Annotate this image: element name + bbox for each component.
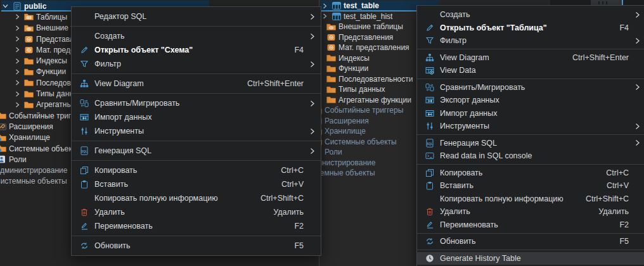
paste-icon xyxy=(423,181,435,190)
folder-icon xyxy=(326,85,337,94)
menu-item-generate-history-table[interactable]: Generate History Table xyxy=(417,252,644,265)
window-fragment-mark xyxy=(602,1,603,4)
menu-shortcut: Удалить xyxy=(273,208,304,217)
views-icon xyxy=(23,35,34,44)
menu-item-tools[interactable]: Инструменты xyxy=(72,124,321,138)
menu-item-create[interactable]: Создать xyxy=(417,8,644,22)
menu-item-compare-migrate[interactable]: Сравнить/Мигрировать xyxy=(417,81,644,94)
menu-item-paste[interactable]: ВставитьCtrl+V xyxy=(417,179,644,193)
menu-shortcut: Ctrl+Shift+C xyxy=(261,194,304,203)
menu-item-copy-full-info[interactable]: Копировать полную информациюCtrl+Shift+C xyxy=(417,193,644,206)
menu-item-rename[interactable]: ПереименоватьF2 xyxy=(72,219,321,233)
paste-icon xyxy=(78,180,90,189)
diagram-icon xyxy=(423,53,435,62)
menu-item-read-data-sql-console[interactable]: Read data in SQL console xyxy=(417,149,644,163)
menu-item-label: Открыть объект "Схема" xyxy=(94,46,290,54)
chevron-right-icon[interactable] xyxy=(13,102,22,108)
menu-item-copy[interactable]: КопироватьCtrl+C xyxy=(72,163,321,177)
menu-item-delete[interactable]: УдалитьУдалить xyxy=(72,205,321,219)
menu-item-export-data[interactable]: Экспорт данных xyxy=(417,94,644,107)
menu-item-filter[interactable]: Фильтр xyxy=(417,34,644,48)
chevron-right-icon[interactable] xyxy=(13,14,22,20)
menu-item-view-diagram[interactable]: View DiagramCtrl+Shift+Enter xyxy=(72,77,321,91)
chevron-right-icon[interactable] xyxy=(13,47,22,53)
chevron-right-icon[interactable] xyxy=(321,13,329,19)
import-data-icon xyxy=(78,113,90,122)
menu-item-open-object-schema[interactable]: Открыть объект "Схема"F4 xyxy=(72,43,321,57)
menu-separator xyxy=(72,141,321,141)
menu-item-filter[interactable]: Фильтр xyxy=(72,57,321,71)
menu-shortcut: Ctrl+Shift+C xyxy=(586,194,629,203)
pencil-icon xyxy=(78,46,90,54)
submenu-arrow-icon xyxy=(633,11,641,18)
tree-item-label: Таблицы xyxy=(36,13,71,22)
submenu-arrow-icon xyxy=(308,148,316,155)
import-data-icon xyxy=(423,109,435,118)
compare-icon xyxy=(423,83,435,92)
chevron-right-icon[interactable] xyxy=(13,58,22,64)
menu-item-label: Переименовать xyxy=(94,222,290,231)
menu-item-create[interactable]: Создать xyxy=(72,29,321,43)
filter-icon xyxy=(423,36,435,45)
menu-item-label: Read data in SQL console xyxy=(440,151,629,160)
menu-item-label: Копировать полную информацию xyxy=(440,194,581,203)
menu-separator xyxy=(417,233,644,234)
menu-item-delete[interactable]: УдалитьУдалить xyxy=(417,205,644,218)
foreign-tables-folder-icon xyxy=(326,22,337,31)
menu-item-label: Импорт данных xyxy=(94,113,304,122)
menu-item-generate-sql[interactable]: SQLГенерация SQL xyxy=(417,137,644,150)
table-icon xyxy=(331,1,342,10)
submenu-arrow-icon xyxy=(633,123,641,130)
menu-item-label: Создать xyxy=(440,10,629,19)
menu-item-compare-migrate[interactable]: Сравнить/Мигрировать xyxy=(72,96,321,110)
menu-item-open-object-table[interactable]: Открыть объект "Таблица"F4 xyxy=(417,22,644,35)
menu-item-import-data[interactable]: Импорт данных xyxy=(72,110,321,124)
chevron-right-icon[interactable] xyxy=(13,91,22,97)
menu-separator xyxy=(417,250,644,250)
tree-item-label: test_table xyxy=(344,1,383,10)
menu-item-copy[interactable]: КопироватьCtrl+C xyxy=(417,167,644,180)
tree-item-label: Внешние таблицы xyxy=(338,22,407,31)
menu-item-refresh[interactable]: ОбновитьF5 xyxy=(72,239,321,253)
menu-item-import-data[interactable]: Импорт данных xyxy=(417,107,644,120)
menu-item-label: Сравнить/Мигрировать xyxy=(94,99,304,108)
tree-item-label: Функции xyxy=(36,67,70,76)
clock-icon xyxy=(423,254,435,263)
menu-item-tools[interactable]: Инструменты xyxy=(417,120,644,133)
menu-item-view-diagram[interactable]: View DiagramCtrl+Shift+Enter xyxy=(417,51,644,65)
menu-shortcut: F4 xyxy=(619,23,629,32)
menu-item-refresh[interactable]: ОбновитьF5 xyxy=(417,235,644,248)
view-data-icon xyxy=(423,66,435,75)
menu-separator xyxy=(417,49,644,49)
menu-item-label: Удалить xyxy=(94,208,269,217)
chevron-right-icon[interactable] xyxy=(321,3,329,9)
window-fragment-mark xyxy=(598,1,600,4)
extension-icon xyxy=(0,122,7,131)
tree-item-label: public xyxy=(24,2,50,11)
menu-item-label: Фильтр xyxy=(440,36,629,45)
trash-icon xyxy=(423,207,435,216)
menu-item-copy-full-info[interactable]: Копировать полную информациюCtrl+Shift+C xyxy=(72,191,321,205)
table-icon xyxy=(331,12,342,21)
menu-item-label: Экспорт данных xyxy=(440,96,629,104)
tree-item-label: Расширения xyxy=(9,122,57,131)
menu-item-label: Генерация SQL xyxy=(440,139,629,148)
menu-item-rename[interactable]: ПереименоватьF2 xyxy=(417,218,644,232)
tree-item-label: Функции xyxy=(338,64,372,73)
chevron-right-icon[interactable] xyxy=(13,69,22,75)
chevron-right-icon[interactable] xyxy=(13,25,22,31)
tables-folder-icon xyxy=(23,13,34,22)
chevron-right-icon[interactable] xyxy=(13,36,22,42)
menu-item-label: Обновить xyxy=(94,241,290,250)
menu-item-label: Генерация SQL xyxy=(94,146,304,155)
menu-item-sql-editor[interactable]: Редактор SQL xyxy=(72,10,321,23)
views-icon xyxy=(326,43,337,52)
chevron-right-icon[interactable] xyxy=(13,80,22,86)
menu-item-generate-sql[interactable]: SQLГенерация SQL xyxy=(72,144,321,158)
menu-separator xyxy=(417,79,644,79)
chevron-down-icon[interactable] xyxy=(1,3,10,9)
menu-item-view-data[interactable]: View Data xyxy=(417,64,644,77)
menu-item-paste[interactable]: ВставитьCtrl+V xyxy=(72,177,321,191)
filter-icon xyxy=(78,60,90,68)
menu-separator xyxy=(72,160,321,161)
